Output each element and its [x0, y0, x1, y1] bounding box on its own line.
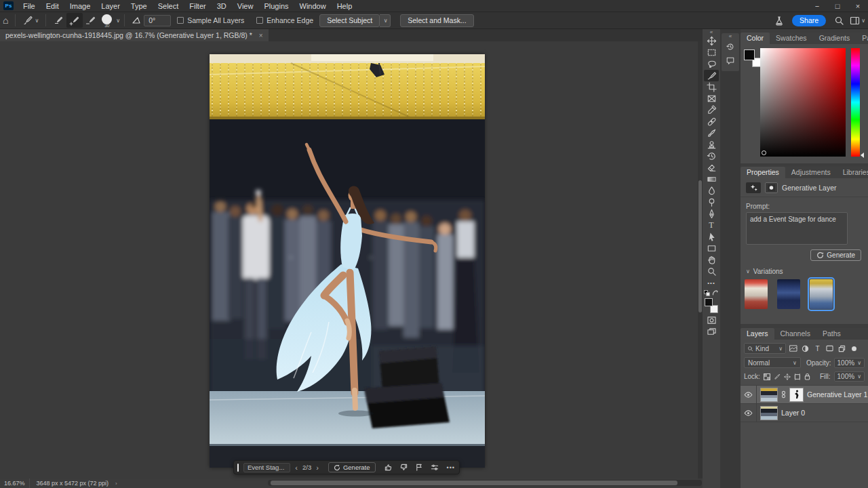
horizontal-scrollbar-thumb[interactable] — [271, 481, 677, 485]
tab-gradients[interactable]: Gradients — [813, 33, 856, 44]
tab-layers[interactable]: Layers — [741, 328, 774, 340]
horizontal-scrollbar[interactable] — [268, 480, 702, 486]
tool-crop[interactable] — [704, 81, 719, 93]
select-and-mask-button[interactable]: Select and Mask... — [400, 14, 473, 27]
tab-adjustments[interactable]: Adjustments — [785, 167, 837, 178]
foreground-background-swatches[interactable] — [704, 298, 719, 313]
brush-size-caret[interactable]: ∨ — [116, 18, 120, 24]
tech-preview-flask-icon[interactable] — [772, 13, 787, 28]
fill-value[interactable]: 100% ∨ — [834, 371, 865, 382]
previous-variation-icon[interactable]: ‹ — [290, 464, 302, 472]
toolbar-more-icon[interactable]: ••• — [704, 277, 719, 289]
vertical-scrollbar[interactable] — [698, 41, 703, 479]
home-icon[interactable]: ⌂ — [0, 13, 11, 28]
thumbs-down-icon[interactable] — [396, 464, 412, 471]
tab-close-icon[interactable]: × — [259, 32, 263, 39]
hue-slider[interactable] — [851, 48, 860, 157]
zoom-level-field[interactable]: 16.67% — [0, 479, 30, 488]
foreground-color-swatch[interactable] — [744, 49, 755, 60]
tab-properties[interactable]: Properties — [741, 167, 785, 178]
layer-filter-kind-select[interactable]: Kind ∨ — [744, 343, 786, 354]
taskbar-prompt-field[interactable]: Event Stag... — [243, 463, 290, 472]
tab-color[interactable]: Color — [741, 33, 770, 44]
workspace-switcher-icon[interactable]: ∨ — [847, 13, 868, 28]
document-tab[interactable]: pexels-wellington-cunha-1918445.jpg @ 16… — [0, 29, 269, 41]
brush-size-picker[interactable]: 30 — [99, 13, 115, 28]
layer-visibility-eye-icon[interactable] — [741, 386, 757, 403]
foreground-color-swatch[interactable] — [705, 298, 713, 306]
tab-libraries[interactable]: Libraries — [837, 167, 868, 178]
hue-slider-marker[interactable] — [861, 152, 864, 158]
swap-colors-icon[interactable] — [712, 290, 719, 296]
tool-rectangular-marquee[interactable] — [704, 47, 719, 58]
properties-sliders-icon[interactable] — [427, 464, 443, 471]
filter-adjustment-layers-icon[interactable] — [800, 344, 810, 354]
default-colors-icon[interactable] — [704, 290, 710, 296]
taskbar-drag-handle[interactable] — [237, 464, 239, 472]
tool-type[interactable]: T — [704, 220, 719, 231]
variation-thumbnail-2[interactable] — [777, 279, 800, 309]
layer-name[interactable]: Layer 0 — [781, 409, 805, 417]
layer-row-background[interactable]: Layer 0 — [741, 404, 868, 422]
tool-lasso[interactable] — [704, 58, 719, 70]
menu-image[interactable]: Image — [64, 0, 96, 12]
tab-swatches[interactable]: Swatches — [770, 33, 813, 44]
history-panel-icon[interactable] — [722, 40, 739, 54]
filter-smart-objects-icon[interactable] — [837, 344, 847, 354]
lock-pixels-icon[interactable] — [774, 371, 781, 382]
more-options-icon[interactable]: ••• — [443, 464, 459, 471]
layer-name[interactable]: Generative Layer 1 — [807, 390, 867, 399]
search-icon[interactable] — [831, 13, 847, 28]
menu-type[interactable]: Type — [125, 0, 153, 12]
opacity-value[interactable]: 100% ∨ — [834, 358, 865, 368]
tool-history-brush[interactable] — [704, 150, 719, 162]
color-fg-bg-swatches[interactable] — [744, 49, 762, 67]
document-viewport[interactable] — [0, 41, 698, 479]
variation-thumbnail-1[interactable] — [745, 279, 768, 309]
tool-gradient[interactable] — [704, 174, 719, 185]
tool-eyedropper[interactable] — [704, 104, 719, 116]
tool-hand[interactable] — [704, 254, 719, 266]
tool-preset-icon[interactable]: ∨ — [20, 13, 41, 28]
menu-file[interactable]: File — [18, 0, 41, 12]
brush-add-selection-icon[interactable] — [66, 13, 83, 28]
share-button[interactable]: Share — [792, 15, 826, 26]
menu-layer[interactable]: Layer — [96, 0, 125, 12]
menu-view[interactable]: View — [232, 0, 259, 12]
menu-3d[interactable]: 3D — [212, 0, 232, 12]
vertical-scrollbar-thumb[interactable] — [698, 180, 702, 312]
quick-mask-icon[interactable] — [704, 314, 719, 326]
tool-zoom[interactable] — [704, 266, 719, 277]
tool-frame[interactable] — [704, 93, 719, 104]
tab-channels[interactable]: Channels — [774, 328, 816, 340]
thumbs-up-icon[interactable] — [380, 464, 396, 471]
lock-artboard-icon[interactable] — [794, 371, 801, 382]
report-flag-icon[interactable] — [412, 464, 427, 471]
mask-link-icon[interactable] — [781, 390, 786, 399]
filter-pixel-layers-icon[interactable] — [788, 344, 798, 354]
tool-blur[interactable] — [704, 185, 719, 197]
tool-selection-brush[interactable] — [704, 70, 719, 81]
layer-thumbnail[interactable] — [760, 388, 778, 402]
tool-move[interactable] — [704, 35, 719, 47]
tool-path-selection[interactable] — [704, 231, 719, 243]
maximize-icon[interactable]: □ — [827, 0, 848, 12]
toolbar-collapse-icon[interactable]: « — [703, 29, 720, 35]
brush-subtract-selection-icon[interactable] — [83, 13, 99, 28]
next-variation-icon[interactable]: › — [311, 464, 323, 472]
menu-edit[interactable]: Edit — [41, 0, 64, 12]
lock-transparency-icon[interactable] — [764, 371, 770, 382]
menu-plugins[interactable]: Plugins — [258, 0, 294, 12]
tool-brush[interactable] — [704, 127, 719, 139]
tool-dodge[interactable] — [704, 197, 719, 208]
enhance-edge-checkbox[interactable]: Enhance Edge — [256, 16, 313, 24]
layer-row-generative[interactable]: Generative Layer 1 — [741, 386, 868, 404]
sample-all-layers-checkbox[interactable]: Sample All Layers — [177, 16, 244, 24]
layer-mask-thumbnail[interactable] — [789, 388, 804, 402]
color-field-marker[interactable] — [762, 150, 766, 155]
screen-mode-icon[interactable] — [704, 326, 719, 338]
menu-select[interactable]: Select — [153, 0, 184, 12]
filter-on-off-toggle[interactable] — [852, 346, 856, 351]
canvas-image[interactable] — [210, 54, 485, 468]
menu-filter[interactable]: Filter — [184, 0, 211, 12]
